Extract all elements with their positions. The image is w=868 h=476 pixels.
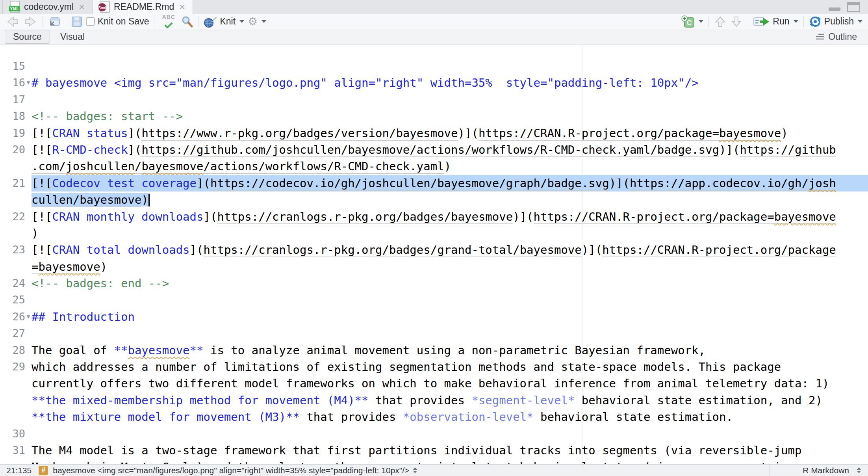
save-button[interactable] (71, 16, 82, 27)
knit-on-save-checkbox[interactable] (86, 17, 95, 26)
code-text[interactable]: [![CRAN status](https://www.r-pkg.org/ba… (32, 125, 868, 141)
go-next-section-button[interactable] (730, 16, 743, 28)
editor-row[interactable]: currently offers two different model fra… (0, 375, 868, 392)
code-text[interactable]: .com/joshcullen/bayesmove/actions/workfl… (32, 158, 868, 175)
code-text[interactable]: =bayesmove) (32, 258, 868, 275)
section-stepper-icon[interactable] (413, 467, 417, 473)
show-in-new-window-button[interactable] (48, 16, 61, 28)
editor-row[interactable]: 15 (0, 58, 868, 74)
code-text[interactable]: cullen/bayesmove) (32, 192, 868, 208)
publish-button[interactable]: Publish (809, 16, 862, 28)
fold-gutter (25, 375, 32, 392)
jump-to-section-menu[interactable]: bayesmove <img src="man/figures/logo.png… (53, 466, 409, 475)
spellcheck-abc-label: ABC (162, 15, 175, 19)
line-number: 31 (0, 442, 25, 459)
code-text[interactable] (32, 58, 868, 74)
editor-row[interactable]: **the mixed-membership method for moveme… (0, 392, 868, 409)
maximize-icon[interactable] (847, 2, 860, 12)
editor-row[interactable]: 21[![Codecov test coverage](https://code… (0, 175, 868, 192)
insert-dropdown-caret-icon[interactable] (699, 20, 703, 23)
knit-dropdown-caret-icon[interactable] (239, 20, 244, 23)
editor-row[interactable]: 25 (0, 292, 868, 308)
close-tab-icon[interactable]: ✕ (179, 2, 185, 12)
editor-row[interactable]: ) (0, 225, 868, 242)
go-previous-section-button[interactable] (714, 16, 727, 28)
code-segment: # bayesmove <img src="man/figures/logo.p… (32, 76, 699, 89)
editor-row[interactable]: 17 (0, 91, 868, 108)
editor-row[interactable]: 23[![CRAN total downloads](https://cranl… (0, 242, 868, 258)
tab-codecov-yml[interactable]: YML codecov.yml ✕ (2, 0, 93, 14)
code-segment: https://cranlogs.r-pkg.org/badges/bayesm… (217, 210, 513, 224)
editor-row[interactable]: 28The goal of **bayesmove** is to analyz… (0, 342, 868, 359)
editor-row[interactable]: 27 (0, 325, 868, 342)
find-replace-button[interactable] (181, 16, 193, 28)
editor-row[interactable]: 29which addresses a number of limitation… (0, 359, 868, 375)
editor-row[interactable]: 22[![CRAN monthly downloads](https://cra… (0, 208, 868, 225)
editor-row[interactable]: 26▾## Introduction (0, 309, 868, 325)
insert-chunk-button[interactable]: C (681, 15, 703, 28)
editor-row[interactable]: 19[![CRAN status](https://www.r-pkg.org/… (0, 125, 868, 141)
code-text[interactable] (32, 292, 868, 308)
code-text[interactable]: The goal of **bayesmove** is to analyze … (32, 342, 868, 359)
forward-button[interactable] (23, 16, 37, 28)
code-text[interactable]: <!-- badges: start --> (32, 108, 868, 125)
editor-row[interactable]: 24<!-- badges: end --> (0, 275, 868, 292)
outline-toggle[interactable]: Outline (815, 32, 863, 42)
document-type-menu[interactable]: R Markdown (770, 465, 868, 476)
knit-on-save-toggle[interactable]: Knit on Save (86, 16, 149, 27)
tab-label: README.Rmd (114, 2, 174, 12)
code-segment: https://CRAN.R-project.org/package= (534, 210, 774, 224)
code-text[interactable] (32, 91, 868, 108)
minimize-icon[interactable] (829, 7, 840, 11)
code-text[interactable]: [![R-CMD-check](https://github.com/joshc… (32, 141, 868, 158)
code-segment: <!-- badges: end --> (32, 277, 169, 290)
editor-row[interactable]: 31The M4 model is a two-stage framework … (0, 442, 868, 459)
code-text[interactable]: The M4 model is a two-stage framework th… (32, 442, 868, 459)
settings-dropdown-caret-icon[interactable] (262, 20, 266, 23)
source-editor[interactable]: 1516▾# bayesmove <img src="man/figures/l… (0, 45, 868, 464)
fold-arrow-icon[interactable]: ▾ (25, 309, 32, 325)
editor-row[interactable]: 30 (0, 426, 868, 442)
knit-button[interactable]: Knit (204, 16, 244, 28)
run-button[interactable]: Run (753, 16, 798, 27)
editor-row[interactable]: **the mixture model for movement (M3)** … (0, 409, 868, 425)
editor-row[interactable]: .com/joshcullen/bayesmove/actions/workfl… (0, 158, 868, 175)
source-mode-button[interactable]: Source (5, 30, 50, 44)
line-number: 27 (0, 325, 25, 342)
editor-row[interactable]: =bayesmove) (0, 258, 868, 275)
code-segment: ]( (190, 243, 204, 257)
code-text[interactable]: [![CRAN monthly downloads](https://cranl… (32, 208, 868, 225)
code-text[interactable]: # bayesmove <img src="man/figures/logo.p… (32, 74, 868, 91)
code-text[interactable]: ## Introduction (32, 309, 868, 325)
tab-readme-rmd[interactable]: Rmd README.Rmd ✕ (93, 0, 193, 14)
run-dropdown-caret-icon[interactable] (794, 20, 798, 23)
code-text[interactable]: **the mixture model for movement (M3)** … (32, 409, 868, 425)
visual-mode-button[interactable]: Visual (60, 32, 85, 42)
code-text[interactable]: ) (32, 225, 868, 242)
code-text[interactable] (32, 426, 868, 442)
code-text[interactable]: Markov chain Monte Carlo) and then clust… (32, 459, 868, 464)
editor-row[interactable]: 20[![R-CMD-check](https://github.com/jos… (0, 141, 868, 158)
publish-dropdown-caret-icon[interactable] (858, 20, 862, 23)
code-text[interactable]: **the mixed-membership method for moveme… (32, 392, 868, 409)
knit-settings-button[interactable]: ⚙ (248, 15, 266, 28)
code-text[interactable]: [![Codecov test coverage](https://codeco… (32, 175, 868, 192)
code-text[interactable] (32, 325, 868, 342)
editor-toolbar: Knit on Save ABC Knit ⚙ C Run Publish (0, 14, 868, 29)
editor-row[interactable]: 18<!-- badges: start --> (0, 108, 868, 125)
editor-row[interactable]: cullen/bayesmove) (0, 192, 868, 208)
code-text[interactable]: which addresses a number of limitations … (32, 359, 868, 375)
code-segment: ## Introduction (32, 310, 135, 324)
code-text[interactable]: [![CRAN total downloads](https://cranlog… (32, 242, 868, 258)
editor-row[interactable]: Markov chain Monte Carlo) and then clust… (0, 459, 868, 464)
code-segment: )]( (582, 243, 602, 257)
back-button[interactable] (6, 16, 20, 28)
code-segment: behavioral state estimation, and 2) (575, 394, 822, 407)
code-text[interactable]: currently offers two different model fra… (32, 375, 868, 392)
spellcheck-button[interactable]: ABC (160, 15, 178, 28)
rmd-badge: Rmd (98, 3, 106, 11)
close-tab-icon[interactable]: ✕ (78, 2, 85, 12)
editor-row[interactable]: 16▾# bayesmove <img src="man/figures/log… (0, 74, 868, 91)
code-text[interactable]: <!-- badges: end --> (32, 275, 868, 292)
fold-arrow-icon[interactable]: ▾ (25, 74, 32, 91)
